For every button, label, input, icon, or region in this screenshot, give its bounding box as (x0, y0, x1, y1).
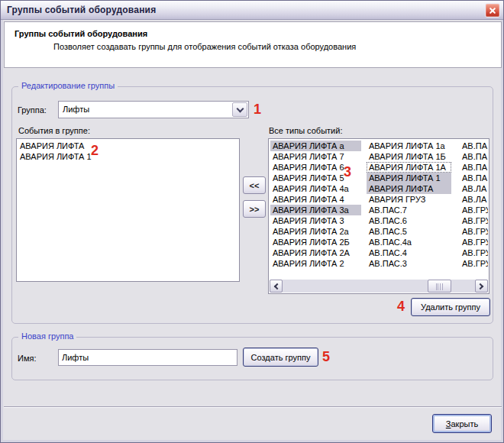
all-types-list-item[interactable]: АВАРИЯ ЛИФТА 4a (270, 183, 361, 194)
in-group-listbox[interactable]: АВАРИЯ ЛИФТААВАРИЯ ЛИФТА 1 (16, 138, 240, 282)
annotation-marker-4: 4 (397, 299, 405, 315)
name-label: Имя: (18, 354, 36, 363)
group-combobox-value: Лифты (63, 105, 89, 114)
all-types-list-item[interactable]: АВАРИЯ ЛИФТА a (270, 141, 361, 151)
annotation-marker-1: 1 (254, 102, 261, 118)
groupbox-new-legend: Новая группа (18, 331, 76, 341)
all-types-list-item[interactable]: АВ.ПА (460, 151, 488, 162)
chevron-down-icon (236, 105, 244, 112)
scrollbar-thumb-grip (435, 283, 444, 290)
annotation-marker-5: 5 (322, 349, 330, 365)
all-types-list-item[interactable]: АВАРИЯ ЛИФТА 1a (367, 141, 451, 151)
header-subtitle: Позволяет создавать группы для отображен… (53, 42, 356, 51)
all-types-list-item[interactable]: АВ.ПАС.6 (367, 215, 451, 226)
all-types-list-item[interactable]: АВ.ГРУ (460, 205, 488, 215)
all-types-label: Все типы событий: (269, 126, 342, 135)
header-title: Группы событий оборудования (15, 29, 147, 38)
all-types-list-item[interactable]: АВ.ГРУ (460, 258, 488, 269)
scrollbar-thumb[interactable] (428, 280, 451, 293)
footer-separator (4, 406, 502, 408)
delete-group-button[interactable]: Удалить группу (411, 298, 490, 316)
all-types-list-item[interactable]: АВ.ПАС.4a (367, 237, 451, 247)
all-types-listbox[interactable]: АВАРИЯ ЛИФТА aАВАРИЯ ЛИФТА 7АВАРИЯ ЛИФТА… (268, 138, 489, 294)
move-from-group-button[interactable]: >> (243, 200, 266, 218)
all-types-column-2: АВАРИЯ ЛИФТА 1aАВАРИЯ ЛИФТА 1БАВАРИЯ ЛИФ… (367, 141, 460, 279)
name-input[interactable] (58, 349, 237, 366)
all-types-list-item[interactable]: АВ.ПА (460, 141, 488, 151)
all-types-list-item[interactable]: АВ.ПАС.4 (367, 247, 451, 258)
in-group-list-item[interactable]: АВАРИЯ ЛИФТА (19, 141, 239, 151)
all-types-list-item[interactable]: АВАРИЯ ЛИФТА 2А (270, 247, 361, 258)
close-dialog-label: Закрыть (446, 419, 478, 428)
all-types-list-item[interactable]: АВАРИЯ ЛИФТА 4 (270, 194, 361, 205)
scroll-left-icon (274, 283, 280, 289)
dialog-header: Группы событий оборудования Позволяет со… (4, 21, 502, 68)
in-group-label: События в группе: (18, 126, 90, 135)
all-types-list-item[interactable]: АВ.ЛА (460, 194, 488, 205)
all-types-list-item[interactable]: АВ.ПАС.3 (367, 258, 451, 269)
horizontal-scrollbar[interactable] (270, 280, 488, 293)
annotation-marker-3: 3 (344, 164, 351, 180)
all-types-list-item[interactable]: АВАРИЯ ЛИФТА 3 (270, 215, 361, 226)
in-group-list-item[interactable]: АВАРИЯ ЛИФТА 1 (19, 151, 239, 162)
all-types-list-item[interactable]: АВАРИЯ ЛИФТА 1Б (367, 151, 451, 162)
scroll-right-icon (477, 283, 483, 289)
all-types-list-item[interactable]: АВАРИЯ ЛИФТА 3a (270, 205, 361, 215)
all-types-list-item[interactable]: АВ.ПАС.7 (367, 205, 451, 215)
group-label: Группа: (18, 105, 47, 115)
annotation-marker-2: 2 (91, 143, 99, 159)
window-title: Группы событий оборудования (7, 5, 156, 15)
all-types-list-item[interactable]: АВ.ПАС.5 (367, 226, 451, 237)
groupbox-edit-legend: Редактирование группы (18, 81, 118, 90)
all-types-list-item[interactable]: АВАРИЯ ЛИФТА (367, 183, 451, 194)
all-types-list-item[interactable]: АВ.ГРУ (460, 237, 488, 247)
all-types-column-3: АВ.ПААВ.ПААВ.ПААВ.ПААВ.ЛААВ.ЛААВ.ГРУАВ.Г… (460, 141, 488, 279)
group-combobox[interactable]: Лифты (58, 101, 249, 118)
all-types-list-item[interactable]: АВ.ГРУ (460, 247, 488, 258)
all-types-list-item[interactable]: АВ.ПА (460, 162, 488, 173)
all-types-list-item[interactable]: АВ.ГРУ (460, 226, 488, 237)
titlebar: Группы событий оборудования (1, 1, 503, 20)
all-types-list-item[interactable]: АВ.ПА (460, 173, 488, 183)
all-types-list-item[interactable]: АВАРИЯ ЛИФТА 2 (270, 258, 361, 269)
scroll-left-button[interactable] (270, 280, 283, 293)
all-types-list-item[interactable]: АВАРИЯ ГРУЗ (367, 194, 451, 205)
scroll-right-button[interactable] (475, 280, 488, 293)
all-types-list-item[interactable]: АВАРИЯ ЛИФТА 2Б (270, 237, 361, 247)
all-types-list-item[interactable]: АВАРИЯ ЛИФТА 7 (270, 151, 361, 162)
all-types-list-item[interactable]: АВ.ГРУ (460, 215, 488, 226)
all-types-list-item[interactable]: АВАРИЯ ЛИФТА 1А (367, 162, 451, 173)
all-types-list-item[interactable]: АВАРИЯ ЛИФТА 1 (367, 173, 451, 183)
all-types-columns: АВАРИЯ ЛИФТА aАВАРИЯ ЛИФТА 7АВАРИЯ ЛИФТА… (270, 141, 488, 279)
dialog-window: Группы событий оборудования Группы событ… (0, 0, 504, 443)
close-button[interactable] (485, 3, 500, 18)
close-icon (486, 4, 499, 17)
create-group-button[interactable]: Создать группу (243, 348, 318, 367)
all-types-list-item[interactable]: АВАРИЯ ЛИФТА 2a (270, 226, 361, 237)
all-types-column-1: АВАРИЯ ЛИФТА aАВАРИЯ ЛИФТА 7АВАРИЯ ЛИФТА… (270, 141, 367, 279)
close-dialog-button[interactable]: Закрыть (432, 414, 492, 433)
move-to-group-button[interactable]: << (243, 176, 266, 194)
all-types-list-item[interactable]: АВ.ЛА (460, 183, 488, 194)
group-combobox-dropdown-button[interactable] (232, 102, 247, 117)
